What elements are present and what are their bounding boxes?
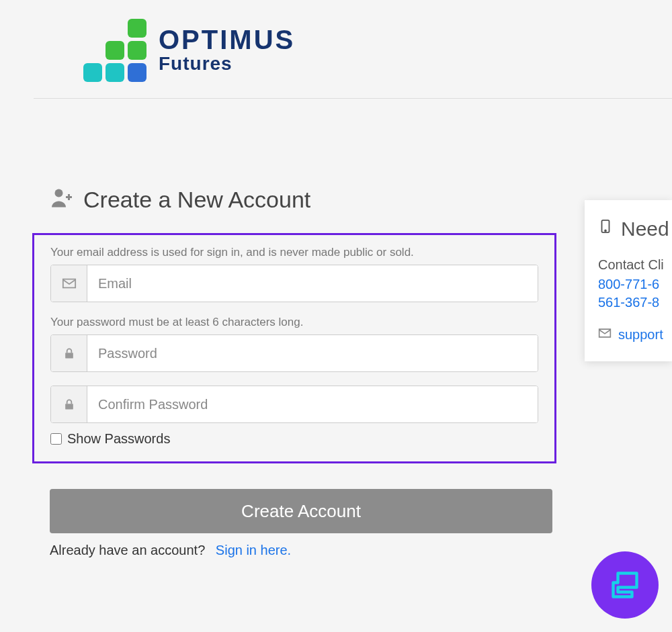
svg-point-4 (605, 230, 606, 232)
confirm-password-field[interactable] (87, 386, 538, 422)
brand-name: OPTIMUS (159, 26, 295, 53)
svg-point-0 (55, 189, 63, 197)
show-passwords-label: Show Passwords (67, 431, 170, 447)
show-passwords-checkbox[interactable] (50, 433, 62, 445)
password-field[interactable] (87, 335, 538, 371)
signin-row: Already have an account? Sign in here. (50, 543, 672, 558)
email-helper: Your email address is used for sign in, … (50, 246, 538, 259)
help-panel: Need Contact Cli 800-771-6 561-367-8 sup… (585, 200, 672, 361)
signup-form: Your email address is used for sign in, … (32, 233, 556, 463)
signin-link[interactable]: Sign in here. (216, 543, 291, 557)
email-input-group (50, 265, 538, 302)
header: OPTIMUS Futures (34, 0, 672, 99)
logo: OPTIMUS Futures (83, 19, 672, 82)
password-helper: Your password must be at least 6 charact… (50, 316, 538, 329)
envelope-icon (598, 326, 612, 343)
confirm-password-input-group (50, 386, 538, 423)
brand-subtitle: Futures (159, 53, 295, 75)
help-title: Need (621, 218, 669, 240)
show-passwords-toggle[interactable]: Show Passwords (50, 431, 538, 447)
main-content: Create a New Account Your email address … (0, 99, 672, 558)
chat-logo-icon (606, 566, 644, 604)
password-input-group (50, 334, 538, 372)
signin-prompt: Already have an account? (50, 543, 205, 557)
page-title: Create a New Account (83, 187, 310, 213)
help-contact-label: Contact Cli (598, 257, 672, 273)
svg-rect-2 (65, 404, 73, 409)
logo-mark-icon (83, 19, 146, 82)
person-add-icon (50, 186, 74, 213)
lock-icon (51, 335, 87, 371)
create-account-button[interactable]: Create Account (50, 489, 552, 533)
phone-icon (598, 216, 613, 241)
help-phone-2[interactable]: 561-367-8 (598, 295, 672, 310)
envelope-icon (51, 265, 87, 302)
lock-icon (51, 386, 87, 422)
help-email[interactable]: support (618, 327, 663, 343)
chat-widget-button[interactable] (591, 551, 659, 619)
help-phone-1[interactable]: 800-771-6 (598, 277, 672, 292)
svg-rect-1 (65, 353, 73, 358)
email-field[interactable] (87, 265, 538, 302)
